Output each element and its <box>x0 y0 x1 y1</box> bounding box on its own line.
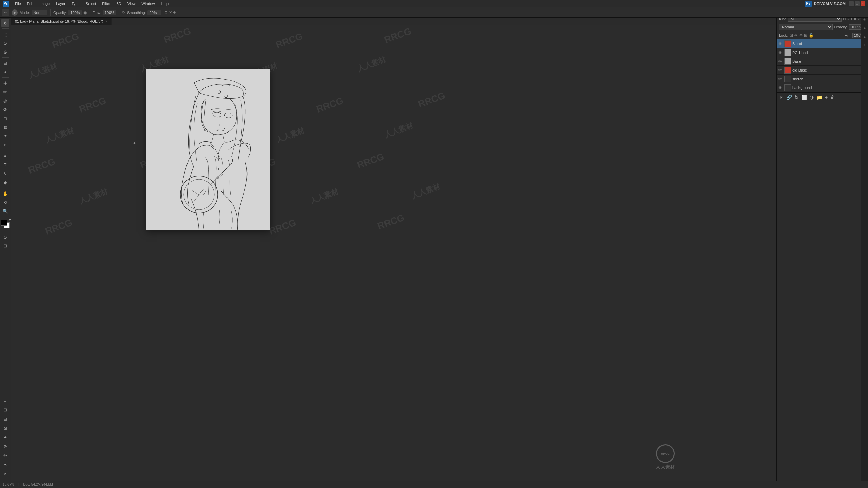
brush-tool[interactable]: ✏ <box>1 88 9 96</box>
tool-extra-2[interactable]: ⊟ <box>1 406 9 414</box>
tab-close-icon[interactable]: × <box>105 20 107 23</box>
brush-option-3-icon[interactable]: ⊕ <box>173 10 176 15</box>
layer-new-icon[interactable]: + <box>824 94 828 101</box>
menu-edit[interactable]: Edit <box>24 1 36 6</box>
menu-file[interactable]: File <box>12 1 24 6</box>
foreground-color[interactable] <box>1 220 7 226</box>
eye-icon-oldbase[interactable]: 👁 <box>778 68 783 72</box>
tool-extra-6[interactable]: ⊛ <box>1 442 9 450</box>
layer-mask-icon[interactable]: ⬜ <box>801 94 808 101</box>
tool-extra-3[interactable]: ⊞ <box>1 415 9 423</box>
tool-extra-1[interactable]: ≡ <box>1 396 9 405</box>
eye-icon-pghand[interactable]: 👁 <box>778 50 783 55</box>
dodge-tool[interactable]: ○ <box>1 141 9 149</box>
brush-option-1-icon[interactable]: ⚙ <box>164 10 168 15</box>
switch-colors-icon[interactable]: ⇄ <box>9 218 11 221</box>
layer-delete-icon[interactable]: 🗑 <box>830 94 836 101</box>
crop-tool[interactable]: ⊞ <box>1 59 9 67</box>
blend-mode-dropdown[interactable]: Normal Multiply Screen Overlay <box>779 24 833 30</box>
opacity-airbrush-icon[interactable]: ◉ <box>83 10 87 15</box>
tool-extra-9[interactable]: ✴ <box>1 470 9 478</box>
shape-tool[interactable]: ◆ <box>1 178 9 186</box>
art-canvas[interactable] <box>146 69 270 230</box>
rotate-view-tool[interactable]: ⟲ <box>1 198 9 206</box>
lock-transparent-icon[interactable]: ⊡ <box>790 33 793 38</box>
lasso-tool[interactable]: ⊙ <box>1 39 9 47</box>
path-selection-tool[interactable]: ↖ <box>1 169 9 178</box>
opacity-value[interactable]: 100% <box>68 10 82 15</box>
quick-select-tool[interactable]: ⊛ <box>1 48 9 56</box>
menu-view[interactable]: View <box>125 1 138 6</box>
tool-extra-5[interactable]: ✦ <box>1 433 9 441</box>
layer-item-oldbase[interactable]: 👁 old Base <box>777 66 868 75</box>
menu-layer[interactable]: Layer <box>53 1 68 6</box>
brush-preset-icon[interactable]: ● <box>12 9 18 16</box>
brush-option-2-icon[interactable]: ✕ <box>169 10 172 15</box>
tool-extra-8[interactable]: ✶ <box>1 461 9 469</box>
eye-icon-base[interactable]: 👁 <box>778 59 783 63</box>
maximize-button[interactable]: □ <box>855 1 860 6</box>
lock-all-icon[interactable]: 🔒 <box>809 33 814 38</box>
menu-image[interactable]: Image <box>37 1 53 6</box>
lock-artboard-icon[interactable]: ⊞ <box>804 33 807 38</box>
watermark-rrcg-4: RRCG <box>383 26 413 45</box>
eye-icon-background[interactable]: 👁 <box>778 86 783 90</box>
rectangular-marquee-tool[interactable]: ⬚ <box>1 30 9 38</box>
pen-tool[interactable]: ✒ <box>1 152 9 160</box>
layer-filter-icon[interactable]: ⊡ <box>779 94 784 101</box>
menu-window[interactable]: Window <box>139 1 157 6</box>
menu-3d[interactable]: 3D <box>114 1 124 6</box>
history-brush-tool[interactable]: ⟳ <box>1 105 9 114</box>
document-tab[interactable]: 01 Lady Maria_Sketch.psd @ 16.7% (Blood,… <box>11 18 112 25</box>
text-tool[interactable]: T <box>1 161 9 169</box>
toolbar-separator-1 <box>2 28 9 29</box>
layer-style-icon[interactable]: fx <box>794 94 799 101</box>
hand-tool[interactable]: ✋ <box>1 189 9 198</box>
tool-extra-7[interactable]: ❊ <box>1 451 9 460</box>
menu-type[interactable]: Type <box>69 1 82 6</box>
clone-stamp-tool[interactable]: ◎ <box>1 97 9 105</box>
watermark-rrcg-7: RRCG <box>315 95 345 115</box>
lock-position-icon[interactable]: ✥ <box>799 33 803 38</box>
eyedropper-tool[interactable]: ✦ <box>1 68 9 76</box>
status-bar: 16.67% | Doc: 54.2M/244.8M <box>0 481 868 488</box>
layer-item-sketch[interactable]: 👁 sketch <box>777 75 868 83</box>
eye-icon-sketch[interactable]: 👁 <box>778 77 783 81</box>
flow-value[interactable]: 100% <box>103 10 116 15</box>
watermark-rrcg-16: RRCG <box>376 212 406 232</box>
rstrip-icon-2[interactable]: ▶ <box>863 26 866 30</box>
options-separator-3 <box>119 9 119 16</box>
brush-smoothing-icon[interactable]: ⟳ <box>122 10 125 15</box>
tool-extra-4[interactable]: ⊠ <box>1 424 9 432</box>
toolbar-separator-2 <box>2 57 9 58</box>
close-button[interactable]: × <box>861 1 865 6</box>
smoothing-value[interactable]: 20% <box>147 10 161 15</box>
lock-pixels-icon[interactable]: ✏ <box>794 33 798 38</box>
screen-mode[interactable]: ⊡ <box>1 242 9 250</box>
layer-item-pghand[interactable]: 👁 PG Hand <box>777 48 868 57</box>
layer-item-blood[interactable]: 👁 Blood <box>777 39 868 48</box>
eye-icon-blood[interactable]: 👁 <box>778 42 783 46</box>
eraser-tool[interactable]: ◻ <box>1 114 9 122</box>
menu-help[interactable]: Help <box>158 1 172 6</box>
quick-mask-mode[interactable]: ⊙ <box>1 233 9 241</box>
menu-select[interactable]: Select <box>83 1 99 6</box>
rstrip-icon-1[interactable]: ◉ <box>863 18 866 21</box>
watermark-cn-9: 人人素材 <box>78 186 110 206</box>
zoom-tool[interactable]: 🔍 <box>1 207 9 215</box>
menu-filter[interactable]: Filter <box>99 1 113 6</box>
layer-adj-icon[interactable]: ◑ <box>809 94 814 101</box>
move-tool[interactable]: ✥ <box>1 19 9 27</box>
layer-group-icon[interactable]: 📁 <box>816 94 823 101</box>
rstrip-icon-3[interactable]: ▶ <box>863 35 866 39</box>
minimize-button[interactable]: — <box>849 1 854 6</box>
blur-tool[interactable]: ≋ <box>1 132 9 140</box>
layer-list: 👁 Blood 👁 PG Hand 👁 Base 👁 old Base <box>777 39 868 92</box>
gradient-tool[interactable]: ▦ <box>1 123 9 131</box>
healing-tool[interactable]: ✚ <box>1 79 9 87</box>
mode-value[interactable]: Normal <box>32 10 47 15</box>
layer-item-base[interactable]: 👁 Base <box>777 57 868 66</box>
layer-item-background[interactable]: 👁 background 🔒 <box>777 83 868 92</box>
layer-link-icon[interactable]: 🔗 <box>786 94 793 101</box>
rstrip-icon-4[interactable]: ≡ <box>863 44 866 46</box>
